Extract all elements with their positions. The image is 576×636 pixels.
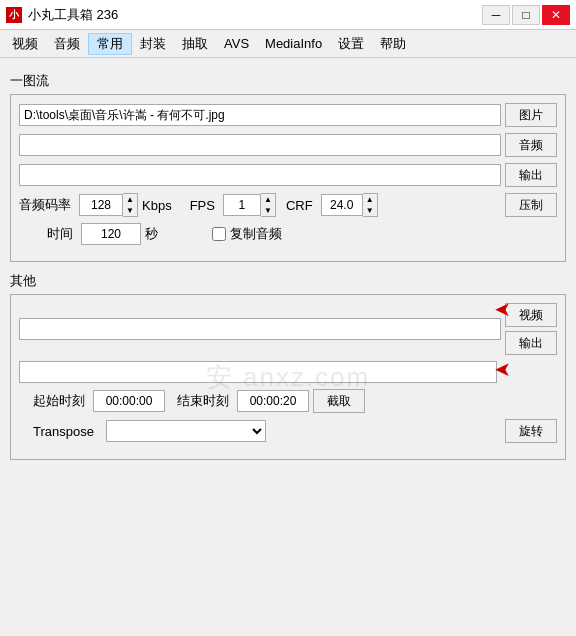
- yituliu-label: 一图流: [10, 72, 55, 90]
- menu-item-mediainfo[interactable]: MediaInfo: [257, 33, 330, 55]
- title-bar: 小 小丸工具箱 236 ─ □ ✕: [0, 0, 576, 30]
- fps-up[interactable]: ▲: [261, 194, 275, 205]
- crf-down[interactable]: ▼: [363, 205, 377, 216]
- qita-output-button[interactable]: 输出: [505, 331, 557, 355]
- fps-label: FPS: [190, 198, 215, 213]
- title-bar-text: 小丸工具箱 236: [28, 6, 482, 24]
- yituliu-section-label: 一图流: [10, 72, 566, 90]
- image-path-row: 图片: [19, 103, 557, 127]
- start-time-label: 起始时刻: [33, 392, 85, 410]
- time-label: 时间: [47, 225, 73, 243]
- main-content: 一图流 图片 音频 输出 音频码率: [0, 58, 576, 468]
- menu-item-extract[interactable]: 抽取: [174, 33, 216, 55]
- time-row: 时间 秒 复制音频: [19, 223, 557, 245]
- crf-up[interactable]: ▲: [363, 194, 377, 205]
- menu-item-common[interactable]: 常用: [88, 33, 132, 55]
- copy-audio-checkbox-label[interactable]: 复制音频: [212, 225, 282, 243]
- time-cut-row: 起始时刻 结束时刻 截取: [19, 389, 557, 413]
- bitrate-input[interactable]: [79, 194, 123, 216]
- output-path-input[interactable]: [19, 164, 501, 186]
- bitrate-spinner: ▲ ▼: [123, 193, 138, 217]
- menu-item-audio[interactable]: 音频: [46, 33, 88, 55]
- transpose-label: Transpose: [33, 424, 94, 439]
- audio-path-input[interactable]: [19, 134, 501, 156]
- image-button[interactable]: 图片: [505, 103, 557, 127]
- menu-item-settings[interactable]: 设置: [330, 33, 372, 55]
- title-bar-controls: ─ □ ✕: [482, 5, 570, 25]
- bitrate-up[interactable]: ▲: [123, 194, 137, 205]
- qita-section-label: 其他: [10, 272, 566, 290]
- end-time-input[interactable]: [237, 390, 309, 412]
- copy-audio-label-text: 复制音频: [230, 225, 282, 243]
- audio-path-row: 音频: [19, 133, 557, 157]
- minimize-button[interactable]: ─: [482, 5, 510, 25]
- fps-input[interactable]: [223, 194, 261, 216]
- close-button[interactable]: ✕: [542, 5, 570, 25]
- start-time-input[interactable]: [93, 390, 165, 412]
- time-input[interactable]: [81, 223, 141, 245]
- video-path-input[interactable]: [19, 318, 501, 340]
- audio-button[interactable]: 音频: [505, 133, 557, 157]
- crf-label: CRF: [286, 198, 313, 213]
- image-path-input[interactable]: [19, 104, 501, 126]
- rotate-button[interactable]: 旋转: [505, 419, 557, 443]
- copy-audio-checkbox[interactable]: [212, 227, 226, 241]
- time-unit: 秒: [145, 225, 158, 243]
- transpose-select[interactable]: 0 1 2 3: [106, 420, 266, 442]
- app-icon: 小: [6, 7, 22, 23]
- bitrate-down[interactable]: ▼: [123, 205, 137, 216]
- kbps-label: Kbps: [142, 198, 172, 213]
- menu-item-package[interactable]: 封装: [132, 33, 174, 55]
- output-path-row: 输出: [19, 163, 557, 187]
- menu-item-video[interactable]: 视频: [4, 33, 46, 55]
- video-path-row: 视频 输出: [19, 303, 557, 355]
- crf-input[interactable]: [321, 194, 363, 216]
- qita-label: 其他: [10, 272, 42, 290]
- qita-output-path-row: [19, 361, 557, 383]
- fps-spinner: ▲ ▼: [261, 193, 276, 217]
- transpose-row: Transpose 0 1 2 3 旋转: [19, 419, 557, 443]
- end-time-label: 结束时刻: [177, 392, 229, 410]
- cut-button[interactable]: 截取: [313, 389, 365, 413]
- press-button[interactable]: 压制: [505, 193, 557, 217]
- video-button[interactable]: 视频: [505, 303, 557, 327]
- fps-down[interactable]: ▼: [261, 205, 275, 216]
- qita-output-path-input[interactable]: [19, 361, 497, 383]
- bitrate-row: 音频码率 ▲ ▼ Kbps FPS ▲ ▼ CRF: [19, 193, 557, 217]
- menu-bar: 视频 音频 常用 封装 抽取 AVS MediaInfo 设置 帮助: [0, 30, 576, 58]
- maximize-button[interactable]: □: [512, 5, 540, 25]
- crf-spinner: ▲ ▼: [363, 193, 378, 217]
- menu-item-avs[interactable]: AVS: [216, 33, 257, 55]
- output-button[interactable]: 输出: [505, 163, 557, 187]
- menu-item-help[interactable]: 帮助: [372, 33, 414, 55]
- bitrate-label: 音频码率: [19, 196, 71, 214]
